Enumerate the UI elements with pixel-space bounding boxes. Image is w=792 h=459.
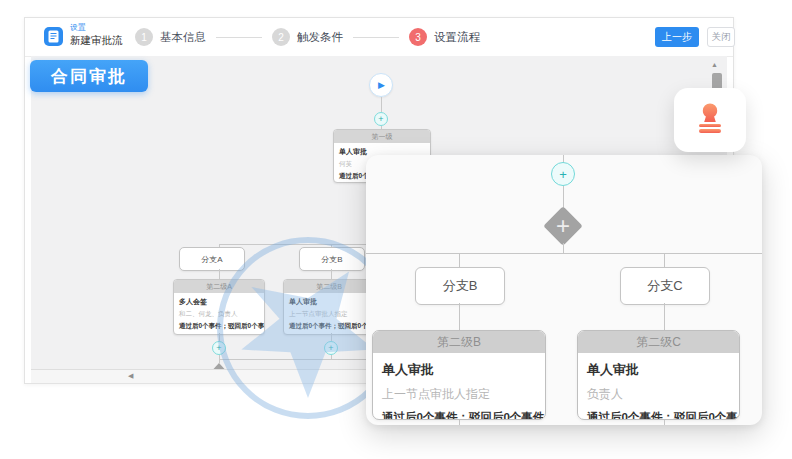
step-3-circle: 3 bbox=[409, 28, 427, 46]
add-node-button[interactable]: + bbox=[212, 341, 226, 355]
step-set-process: 3 设置流程 bbox=[409, 28, 480, 46]
node-approval-type: 单人审批 bbox=[382, 361, 536, 379]
node-card-level2a[interactable]: 第二级A 多人会签 和二、何龙、负责人 通过后0个事件；驳回后0个事件 bbox=[173, 279, 265, 335]
app-subtitle: 设置 bbox=[70, 24, 123, 32]
branch-c-button[interactable]: 分支C bbox=[620, 267, 710, 305]
node-card-level2c[interactable]: 第二级C 单人审批 负责人 通过后0个事件；驳回后0个事件 bbox=[577, 330, 740, 420]
connector-line bbox=[664, 253, 665, 267]
steps-indicator: 1 基本信息 2 触发条件 3 设置流程 bbox=[135, 18, 480, 56]
node-events: 通过后0个事件；驳回后0个事件 bbox=[289, 322, 369, 331]
connector-line bbox=[331, 333, 332, 341]
add-node-button[interactable]: + bbox=[324, 341, 338, 355]
connector-line bbox=[563, 243, 564, 253]
node-events: 通过后0个事件；驳回后0个事件 bbox=[587, 410, 730, 420]
scroll-up-arrow-icon[interactable]: ▲ bbox=[711, 61, 718, 68]
add-node-button[interactable]: + bbox=[374, 112, 388, 126]
connector-line bbox=[459, 420, 460, 425]
node-approval-type: 多人会签 bbox=[179, 297, 259, 307]
branch-b-button[interactable]: 分支B bbox=[299, 247, 365, 271]
node-events: 通过后0个事件；驳回后0个事件 bbox=[382, 410, 536, 420]
step-trigger-condition: 2 触发条件 bbox=[272, 28, 343, 46]
close-button[interactable]: 关闭 bbox=[707, 27, 735, 47]
node-card-header: 第二级C bbox=[578, 331, 739, 353]
connector-line bbox=[459, 253, 460, 267]
node-card-header: 第二级A bbox=[174, 280, 264, 293]
node-card-level2b[interactable]: 第二级B 单人审批 上一节点审批人指定 通过后0个事件；驳回后0个事件 bbox=[283, 279, 375, 335]
branch-split-line bbox=[366, 253, 762, 254]
step-connector bbox=[353, 37, 399, 38]
step-1-circle: 1 bbox=[135, 28, 153, 46]
node-assignee: 上一节点审批人指定 bbox=[289, 310, 369, 319]
node-card-header: 第二级B bbox=[373, 331, 545, 353]
top-bar: 设置 新建审批流 1 基本信息 2 触发条件 3 设置流程 上一步 关闭 bbox=[25, 18, 733, 57]
node-assignee: 上一节点审批人指定 bbox=[382, 386, 536, 403]
previous-step-button[interactable]: 上一步 bbox=[655, 27, 699, 47]
branch-a-button[interactable]: 分支A bbox=[179, 247, 245, 271]
node-card-header: 第二级B bbox=[284, 280, 374, 293]
gateway-diamond-icon[interactable]: + bbox=[546, 209, 580, 243]
zoom-detail-panel: + + 分支B 分支C 第二级B 单人审批 上一节点审批人指定 通过后0个事件；… bbox=[366, 155, 762, 425]
node-card-header: 第一级 bbox=[334, 130, 430, 143]
node-approval-type: 单人审批 bbox=[587, 361, 730, 379]
connector-line bbox=[563, 186, 564, 209]
node-approval-type: 单人审批 bbox=[289, 297, 369, 307]
connector-line bbox=[459, 303, 460, 330]
start-node-play-icon[interactable]: ▶ bbox=[369, 73, 393, 97]
connector-line bbox=[381, 97, 382, 112]
node-events: 通过后0个事件；驳回后0个事件 bbox=[179, 322, 259, 331]
step-2-circle: 2 bbox=[272, 28, 290, 46]
step-basic-info: 1 基本信息 bbox=[135, 28, 206, 46]
connector-line bbox=[664, 420, 665, 425]
branch-b-button[interactable]: 分支B bbox=[415, 267, 505, 305]
connector-line bbox=[219, 333, 220, 341]
node-assignee: 负责人 bbox=[587, 386, 730, 403]
stamp-icon bbox=[693, 101, 727, 139]
page-title: 新建审批流 bbox=[70, 35, 123, 46]
node-card-level2b[interactable]: 第二级B 单人审批 上一节点审批人指定 通过后0个事件；驳回后0个事件 bbox=[372, 330, 546, 420]
flow-name-tag: 合同审批 bbox=[30, 60, 148, 92]
connector-line bbox=[331, 269, 332, 279]
node-assignee: 和二、何龙、负责人 bbox=[179, 310, 259, 319]
app-document-icon bbox=[44, 27, 63, 46]
stamp-card bbox=[674, 88, 746, 152]
add-node-button[interactable]: + bbox=[551, 162, 575, 186]
connector-line bbox=[664, 303, 665, 330]
step-connector bbox=[216, 37, 262, 38]
connector-line bbox=[219, 269, 220, 279]
scroll-left-arrow-icon[interactable]: ◀ bbox=[128, 372, 133, 380]
